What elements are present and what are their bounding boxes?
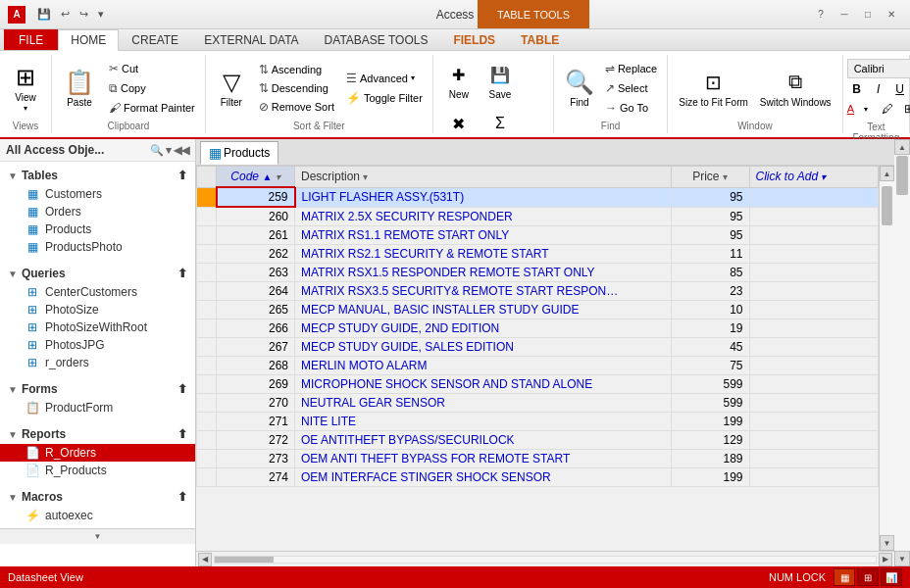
nav-item-customers[interactable]: ▦ Customers <box>0 185 195 203</box>
macros-section-header[interactable]: ▼ Macros ⬆ <box>0 487 195 507</box>
nav-item-r-products[interactable]: 📄 R_Products <box>0 462 195 479</box>
replace-btn[interactable]: ⇌ Replace <box>601 60 661 77</box>
datasheet-view-btn[interactable]: ▦ <box>834 568 855 586</box>
table-row[interactable]: 272OE ANTITHEFT BYPASS/SECURILOCK129 <box>197 431 879 450</box>
bold-btn[interactable]: B <box>847 80 867 98</box>
nav-item-autoexec[interactable]: ⚡ autoexec <box>0 507 195 524</box>
paste-btn[interactable]: 📋 Paste <box>58 65 101 112</box>
col-description-header[interactable]: Description ▾ <box>295 167 672 188</box>
table-row[interactable]: 266MECP STUDY GUIDE, 2ND EDITION19 <box>197 319 879 338</box>
right-scroll-thumb[interactable] <box>896 156 908 195</box>
find-btn[interactable]: 🔍 Find <box>560 65 599 112</box>
copy-btn[interactable]: ⧉ Copy <box>105 79 199 97</box>
nav-item-r-orders[interactable]: 📄 R_Orders <box>0 444 195 462</box>
panel-collapse-icon[interactable]: ◀◀ <box>174 144 189 157</box>
nav-item-center-customers[interactable]: ⊞ CenterCustomers <box>0 283 195 301</box>
select-btn[interactable]: ↗ Select <box>601 79 661 97</box>
nav-item-r-orders-query[interactable]: ⊞ r_orders <box>0 354 195 371</box>
tab-table[interactable]: TABLE <box>508 29 572 50</box>
right-scroll-down[interactable]: ▼ <box>894 551 910 566</box>
panel-menu-icon[interactable]: ▾ <box>166 144 172 157</box>
left-panel-scroll[interactable]: ▼ <box>0 528 195 544</box>
vertical-scrollbar[interactable]: ▲ ▼ <box>879 166 894 551</box>
table-row[interactable]: 262MATRIX RS2.1 SECURITY & REMOTE START1… <box>197 245 879 264</box>
format-painter-btn[interactable]: 🖌 Format Painter <box>105 99 199 117</box>
forms-section-header[interactable]: ▼ Forms ⬆ <box>0 379 195 399</box>
nav-item-photos-jpg[interactable]: ⊞ PhotosJPG <box>0 336 195 354</box>
scroll-horiz-thumb[interactable] <box>215 557 274 563</box>
right-panel-scrollbar[interactable]: ▲ ▼ <box>894 139 910 566</box>
panel-search-icon[interactable]: 🔍 <box>150 144 164 157</box>
scroll-thumb[interactable] <box>882 186 892 225</box>
customize-btn[interactable]: ▾ <box>94 6 108 23</box>
scroll-right-arrow[interactable]: ▶ <box>879 553 892 566</box>
new-record-btn[interactable]: ✚ New <box>439 57 479 104</box>
col-click-to-add-header[interactable]: Click to Add ▾ <box>749 167 879 188</box>
table-row[interactable]: 270NEUTRAL GEAR SENSOR599 <box>197 394 879 413</box>
products-tab[interactable]: ▦ Products <box>200 141 278 165</box>
maximize-btn[interactable]: □ <box>857 7 879 23</box>
col-price-header[interactable]: Price ▾ <box>671 167 749 188</box>
save-quick-btn[interactable]: 💾 <box>33 6 55 23</box>
tab-file[interactable]: FILE <box>4 29 58 50</box>
pivot-table-view-btn[interactable]: ⊞ <box>857 568 879 586</box>
scroll-track[interactable] <box>880 181 894 535</box>
goto-btn[interactable]: → Go To <box>601 99 661 117</box>
right-scroll-up[interactable]: ▲ <box>894 139 910 155</box>
reports-section-header[interactable]: ▼ Reports ⬆ <box>0 424 195 444</box>
nav-item-photo-size[interactable]: ⊞ PhotoSize <box>0 301 195 318</box>
nav-item-product-form[interactable]: 📋 ProductForm <box>0 399 195 416</box>
highlight-btn[interactable]: 🖊 <box>878 100 897 118</box>
table-row[interactable]: 263MATRIX RSX1.5 RESPONDER REMOTE START … <box>197 264 879 282</box>
datasheet-scroll[interactable]: Code ▲ ▾ Description ▾ Price ▾ Click to … <box>196 166 879 551</box>
scroll-down-arrow[interactable]: ▼ <box>880 535 894 551</box>
remove-sort-btn[interactable]: ⊘ Remove Sort <box>255 98 338 116</box>
tab-external-data[interactable]: EXTERNAL DATA <box>191 29 311 50</box>
minimize-btn[interactable]: ─ <box>834 7 855 23</box>
advanced-btn[interactable]: ☰ Advanced ▾ <box>342 70 427 87</box>
scroll-up-arrow[interactable]: ▲ <box>880 166 894 181</box>
redo-btn[interactable]: ↪ <box>76 6 92 23</box>
nav-item-products-photo[interactable]: ▦ ProductsPhoto <box>0 238 195 256</box>
view-btn[interactable]: ⊞ View ▾ <box>6 60 45 116</box>
table-row[interactable]: 261MATRIX RS1.1 REMOTE START ONLY95 <box>197 226 879 245</box>
tab-create[interactable]: CREATE <box>119 29 191 50</box>
underline-btn[interactable]: U <box>890 80 910 98</box>
nav-item-products[interactable]: ▦ Products <box>0 220 195 238</box>
nav-item-orders[interactable]: ▦ Orders <box>0 203 195 220</box>
table-row[interactable]: 260MATRIX 2.5X SECURITY RESPONDER95 <box>197 207 879 226</box>
font-family-select[interactable]: Calibri <box>847 59 910 78</box>
filter-btn[interactable]: ▽ Filter <box>212 65 251 112</box>
font-color-btn[interactable]: ▾ <box>856 100 876 118</box>
queries-section-header[interactable]: ▼ Queries ⬆ <box>0 264 195 283</box>
close-btn[interactable]: ✕ <box>881 7 902 23</box>
size-to-fit-btn[interactable]: ⊡ Size to Fit Form <box>674 65 753 112</box>
table-row[interactable]: 265MECP MANUAL, BASIC INSTALLER STUDY GU… <box>197 301 879 319</box>
pivot-chart-view-btn[interactable]: 📊 <box>881 568 902 586</box>
col-code-header[interactable]: Code ▲ ▾ <box>217 167 295 188</box>
table-row[interactable]: 267MECP STUDY GUIDE, SALES EDITION45 <box>197 338 879 357</box>
help-btn[interactable]: ? <box>810 7 832 23</box>
table-row[interactable]: 268MERLIN MOTO ALARM75 <box>197 357 879 375</box>
table-row[interactable]: 259LIGHT FLASHER ASSY.(531T)95 <box>197 187 879 207</box>
right-scroll-track[interactable] <box>894 155 910 551</box>
grid-lines-btn[interactable]: ⊞ <box>899 100 910 118</box>
scroll-horiz-track[interactable] <box>214 556 877 564</box>
table-row[interactable]: 264MATRIX RSX3.5 SECURITY& REMOTE START … <box>197 282 879 301</box>
italic-btn[interactable]: I <box>869 80 888 98</box>
table-row[interactable]: 274OEM INTERFACE STINGER SHOCK SENSOR199 <box>197 468 879 487</box>
table-row[interactable]: 271NITE LITE199 <box>197 413 879 431</box>
scroll-left-arrow[interactable]: ◀ <box>198 553 212 566</box>
tab-database-tools[interactable]: DATABASE TOOLS <box>312 29 441 50</box>
save-record-btn[interactable]: 💾 Save <box>480 57 520 104</box>
undo-btn[interactable]: ↩ <box>57 6 74 23</box>
table-row[interactable]: 269MICROPHONE SHOCK SENSOR AND STAND ALO… <box>197 375 879 394</box>
tab-fields[interactable]: FIELDS <box>440 29 508 50</box>
switch-windows-btn[interactable]: ⧉ Switch Windows <box>755 65 836 112</box>
cut-btn[interactable]: ✂ Cut <box>105 60 199 77</box>
descending-btn[interactable]: ⇅ Descending <box>255 79 338 97</box>
table-row[interactable]: 273OEM ANTI THEFT BYPASS FOR REMOTE STAR… <box>197 450 879 468</box>
nav-item-photo-size-root[interactable]: ⊞ PhotoSizeWithRoot <box>0 318 195 336</box>
tables-section-header[interactable]: ▼ Tables ⬆ <box>0 166 195 185</box>
ascending-btn[interactable]: ⇅ Ascending <box>255 61 338 78</box>
